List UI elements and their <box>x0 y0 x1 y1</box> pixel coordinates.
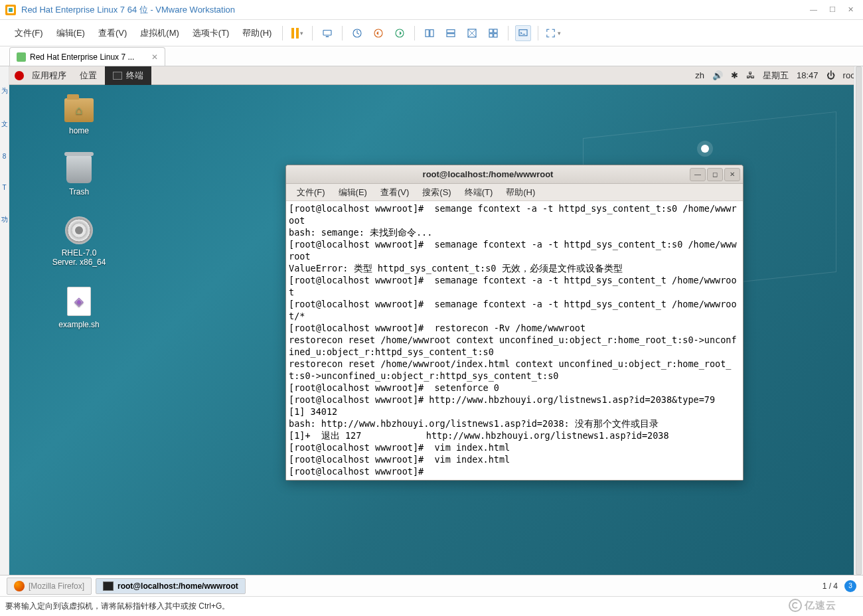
volume-icon[interactable]: 🔊 <box>712 70 723 80</box>
term-menu-file[interactable]: 文件(F) <box>290 187 332 198</box>
terminal-close-button[interactable]: ✕ <box>724 168 740 181</box>
term-menu-terminal[interactable]: 终端(T) <box>458 187 500 198</box>
thumbnail-icon[interactable] <box>485 25 501 41</box>
desktop-icon-label: example.sh <box>58 320 99 329</box>
snapshot-manage-icon[interactable] <box>392 25 408 41</box>
minimize-button[interactable]: — <box>810 5 817 14</box>
clock[interactable]: 18:47 <box>797 70 819 80</box>
svg-rect-0 <box>323 30 331 35</box>
layout-split-icon[interactable] <box>443 25 459 41</box>
svg-rect-8 <box>447 33 455 37</box>
gnome-terminal-tab-label: 终端 <box>126 70 143 82</box>
guest-area: 为 文 8 T 功 应用程序 位置 终端 zh 🔊 ✱ 🖧 星期五 <box>0 66 863 575</box>
menu-help[interactable]: 帮助(H) <box>236 27 278 39</box>
menu-file[interactable]: 文件(F) <box>8 27 50 39</box>
power-icon[interactable]: ⏻ <box>826 70 835 80</box>
menu-view[interactable]: 查看(V) <box>92 27 133 39</box>
send-ctrl-alt-del-icon[interactable] <box>319 25 335 41</box>
desktop-icon-label: Trash <box>69 187 89 196</box>
watermark: 亿速云 <box>789 599 836 612</box>
input-lang[interactable]: zh <box>695 70 704 80</box>
term-menu-help[interactable]: 帮助(H) <box>499 187 542 198</box>
vmware-status-bar: 要将输入定向到该虚拟机，请将鼠标指针移入其中或按 Ctrl+G。 <box>0 596 863 616</box>
taskbar-firefox[interactable]: [Mozilla Firefox] <box>7 578 92 595</box>
svg-rect-7 <box>447 29 455 33</box>
desktop-icon-label: RHEL-7.0 Server. x86_64 <box>49 248 109 267</box>
trash-icon <box>66 155 92 183</box>
snapshot-icon[interactable] <box>349 25 365 41</box>
network-icon[interactable]: 🖧 <box>746 70 755 80</box>
gnome-places[interactable]: 位置 <box>74 70 102 82</box>
watermark-icon <box>789 599 802 612</box>
svg-rect-14 <box>519 29 527 35</box>
terminal-maximize-button[interactable]: ◻ <box>707 168 723 181</box>
menu-vm[interactable]: 虚拟机(M) <box>133 27 186 39</box>
window-controls: — ☐ ✕ <box>810 5 854 14</box>
guest-desktop[interactable]: 应用程序 位置 终端 zh 🔊 ✱ 🖧 星期五 18:47 ⏻ root <box>9 66 863 575</box>
menu-edit[interactable]: 编辑(E) <box>50 27 92 39</box>
strip-item: 为 <box>1 86 8 96</box>
terminal-window[interactable]: root@localhost:/home/wwwroot — ◻ ✕ 文件(F)… <box>285 165 744 481</box>
status-hint: 要将输入定向到该虚拟机，请将鼠标指针移入其中或按 Ctrl+G。 <box>5 601 230 612</box>
terminal-minimize-button[interactable]: — <box>690 168 706 181</box>
terminal-title: root@localhost:/home/wwwroot <box>286 169 690 179</box>
maximize-button[interactable]: ☐ <box>829 5 836 14</box>
guest-scrollbar[interactable] <box>854 66 863 575</box>
vm-tab-rhel[interactable]: Red Hat Enterprise Linux 7 ... ✕ <box>9 47 165 66</box>
script-file-icon <box>67 287 91 316</box>
vmware-tabs-row: Red Hat Enterprise Linux 7 ... ✕ <box>0 46 863 66</box>
vmware-menubar: 文件(F) 编辑(E) 查看(V) 虚拟机(M) 选项卡(T) 帮助(H) ▾ … <box>0 20 863 46</box>
svg-rect-6 <box>430 29 433 37</box>
workspace-indicator[interactable]: 1 / 4 <box>823 581 838 591</box>
terminal-titlebar[interactable]: root@localhost:/home/wwwroot — ◻ ✕ <box>286 165 743 184</box>
desktop-icon-home[interactable]: home <box>49 98 109 135</box>
scroll-thumb[interactable] <box>856 66 862 575</box>
vmware-logo-icon <box>5 5 16 15</box>
svg-rect-13 <box>494 33 497 37</box>
redhat-icon <box>15 71 24 80</box>
desktop-icon-label: home <box>69 126 89 135</box>
taskbar-firefox-label: [Mozilla Firefox] <box>29 581 84 591</box>
strip-item: 文 <box>1 119 8 129</box>
svg-rect-5 <box>426 29 429 37</box>
gnome-topbar: 应用程序 位置 终端 zh 🔊 ✱ 🖧 星期五 18:47 ⏻ root <box>9 66 863 85</box>
desktop-icon-disc[interactable]: RHEL-7.0 Server. x86_64 <box>49 216 109 267</box>
desktop-icon-example[interactable]: example.sh <box>49 287 109 329</box>
taskbar-terminal-label: root@localhost:/home/wwwroot <box>118 581 238 591</box>
layout-single-icon[interactable] <box>422 25 437 41</box>
gnome-applications[interactable]: 应用程序 <box>27 70 72 82</box>
vmware-window-title: Red Hat Enterprise Linux 7 64 位 - VMware… <box>21 4 810 16</box>
terminal-menubar: 文件(F) 编辑(E) 查看(V) 搜索(S) 终端(T) 帮助(H) <box>286 184 743 201</box>
svg-rect-10 <box>489 29 493 33</box>
vm-tab-icon <box>17 52 26 62</box>
desktop-icons: home Trash RHEL-7.0 Server. x86_64 examp… <box>49 98 109 329</box>
pause-button[interactable]: ▾ <box>289 25 305 41</box>
watermark-text: 亿速云 <box>805 599 836 612</box>
term-menu-search[interactable]: 搜索(S) <box>416 187 457 198</box>
vm-tab-label: Red Hat Enterprise Linux 7 ... <box>30 52 134 62</box>
gnome-terminal-tab[interactable]: 终端 <box>105 66 151 85</box>
desktop-icon-trash[interactable]: Trash <box>49 155 109 196</box>
strip-item: 8 <box>3 153 7 160</box>
host-left-strip: 为 文 8 T 功 <box>0 66 9 575</box>
svg-rect-1 <box>326 36 329 37</box>
close-button[interactable]: ✕ <box>848 5 854 14</box>
terminal-small-icon <box>103 581 114 591</box>
weekday: 星期五 <box>763 70 789 82</box>
firefox-icon <box>14 581 25 591</box>
unity-icon[interactable] <box>464 25 480 41</box>
bluetooth-icon[interactable]: ✱ <box>731 70 738 80</box>
vm-tab-close-icon[interactable]: ✕ <box>151 52 158 62</box>
menu-tabs[interactable]: 选项卡(T) <box>186 27 236 39</box>
taskbar-terminal[interactable]: root@localhost:/home/wwwroot <box>96 578 246 594</box>
terminal-body[interactable]: [root@localhost wwwroot]# semange fconte… <box>286 201 743 480</box>
notification-badge[interactable]: 3 <box>844 580 856 592</box>
fullscreen-icon[interactable]: ▾ <box>545 25 561 41</box>
vmware-titlebar: Red Hat Enterprise Linux 7 64 位 - VMware… <box>0 0 863 20</box>
snapshot-revert-icon[interactable] <box>370 25 386 41</box>
term-menu-edit[interactable]: 编辑(E) <box>332 187 374 198</box>
terminal-icon <box>113 72 122 80</box>
term-menu-view[interactable]: 查看(V) <box>374 187 416 198</box>
console-icon[interactable] <box>515 25 531 41</box>
disc-icon <box>65 216 93 244</box>
